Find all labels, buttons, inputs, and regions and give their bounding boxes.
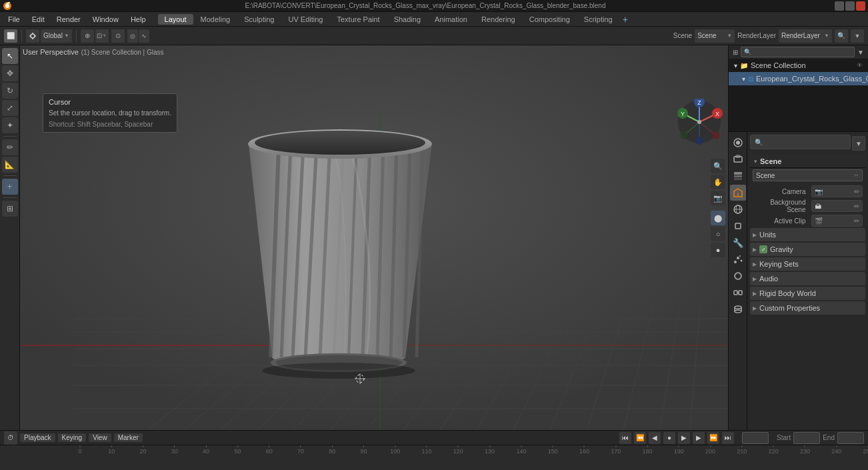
transform-origin-btn[interactable] [26,29,39,43]
keying-menu[interactable]: Keying [58,433,87,442]
filter-btn[interactable]: ▼ [851,29,864,43]
bg-scene-edit-btn[interactable]: ✏ [854,203,859,210]
tab-uv-editing[interactable]: UV Editing [281,14,329,25]
current-frame-input[interactable]: 1 [742,432,769,444]
audio-header[interactable]: ▶ Audio [750,272,865,285]
menu-window[interactable]: Window [87,14,124,25]
search-scene-btn[interactable]: 🔍 [835,29,848,43]
svg-point-63 [736,141,740,145]
menu-file[interactable]: File [3,14,25,25]
tool-annotate[interactable]: ✏ [2,139,18,155]
tool-cursor[interactable]: + [2,179,18,195]
svg-text:X: X [715,111,719,117]
units-section-header[interactable]: ▶ Units [750,228,865,241]
zoom-in-btn[interactable]: 🔍 [711,159,725,173]
keying-sets-header[interactable]: ▶ Keying Sets [750,257,865,271]
props-tab-scene[interactable] [730,185,746,201]
tab-compositing[interactable]: Compositing [523,14,577,25]
camera-value[interactable]: 📷 ✏ [811,185,863,197]
outliner-scene-collection[interactable]: ▾ 📁 Scene Collection 👁 [729,59,868,72]
play-btn[interactable]: ▶ [678,432,690,444]
end-frame-input[interactable]: 250 [837,432,864,444]
timeline-editor-icon[interactable]: ⏱ [4,431,17,445]
prev-frame-btn[interactable]: ◀ [649,432,661,444]
tab-modeling[interactable]: Modeling [194,14,237,25]
next-frame-btn[interactable]: ▶ [693,432,705,444]
view-menu[interactable]: View [89,433,111,442]
props-tab-physics[interactable] [730,268,746,284]
gravity-checkbox[interactable]: ✓ [759,245,767,253]
minimize-button[interactable] [835,1,844,11]
proportional-editing-btn[interactable]: ⊙ [111,29,125,43]
tool-transform[interactable]: ✦ [2,117,18,133]
camera-row: Camera 📷 ✏ [750,184,865,199]
tool-rotate[interactable]: ↻ [2,83,18,99]
props-tab-constraints[interactable] [730,285,746,301]
jump-end-btn[interactable]: ⏭ [722,432,734,444]
prev-keyframe-btn[interactable]: ⏪ [634,432,646,444]
rendered-btn[interactable]: ● [711,243,725,257]
custom-props-header[interactable]: ▶ Custom Properties [750,301,865,315]
props-search-filter[interactable]: ▼ [852,136,865,151]
tab-rendering[interactable]: Rendering [475,14,522,25]
snap-options-btn[interactable]: ⊡▼ [95,29,109,43]
props-tab-render[interactable] [730,135,746,151]
viewport[interactable]: User Perspective (1) Scene Collection | … [20,45,728,430]
camera-persp-btn[interactable]: 📷 [711,191,725,205]
tab-shading[interactable]: Shading [387,14,427,25]
tool-move[interactable]: ✥ [2,65,18,81]
window-controls[interactable] [835,1,865,11]
tool-measure[interactable]: 📐 [2,157,18,173]
snap-dropdown[interactable]: Global ▼ [41,29,72,43]
scene-name-edit-btn[interactable]: ✏ [854,172,859,179]
outliner-item-glass[interactable]: ▾ ⊡ European_Crystal_Rocks_Glass_001 👁 [729,72,868,85]
tab-sculpting[interactable]: Sculpting [237,14,281,25]
record-btn[interactable]: ● [663,432,675,444]
scene-selector[interactable]: Scene ▼ [695,29,735,43]
props-search-input[interactable] [750,135,851,149]
camera-edit-btn[interactable]: ✏ [854,188,859,195]
props-tab-world[interactable] [730,201,746,217]
jump-start-btn[interactable]: ⏮ [619,432,631,444]
next-keyframe-btn[interactable]: ⏩ [707,432,719,444]
outliner-filter-btn[interactable]: ▼ [857,49,864,56]
tool-select[interactable]: ↖ [2,48,18,64]
tab-layout[interactable]: Layout [158,14,193,25]
menu-help[interactable]: Help [125,14,151,25]
tab-texture-paint[interactable]: Texture Paint [330,14,386,25]
tool-scale[interactable]: ⤢ [2,100,18,116]
close-button[interactable] [856,1,865,11]
prop-type-btn[interactable]: ◎ [127,29,138,43]
props-tab-modifier[interactable]: 🔧 [730,235,746,251]
outliner-search[interactable] [741,47,855,57]
gravity-section-header[interactable]: ▶ ✓ Gravity [750,243,865,256]
scene-name-field[interactable]: Scene ✏ [753,169,863,181]
rigid-body-header[interactable]: ▶ Rigid Body World [750,287,865,300]
active-clip-value[interactable]: 🎬 ✏ [811,215,863,227]
props-tab-data[interactable] [730,301,746,317]
marker-menu[interactable]: Marker [114,433,143,442]
maximize-button[interactable] [845,1,855,11]
tab-animation[interactable]: Animation [428,14,474,25]
props-tab-object[interactable] [730,218,746,234]
prop-falloff-btn[interactable]: ∿ [139,29,149,43]
tab-scripting[interactable]: Scripting [577,14,619,25]
solid-shading-btn[interactable]: ⬤ [711,211,725,225]
viewport-icon[interactable]: ⬜ [4,29,17,43]
nav-gizmo[interactable]: X Y Z [676,99,723,145]
magnet-btn[interactable]: ⊕ [81,29,94,43]
add-workspace-button[interactable]: + [620,14,631,25]
playback-menu[interactable]: Playback [20,433,55,442]
menu-render[interactable]: Render [51,14,86,25]
start-frame-input[interactable]: 1 [793,432,820,444]
menu-edit[interactable]: Edit [27,14,50,25]
tool-add[interactable]: ⊞ [2,201,18,217]
material-preview-btn[interactable]: ○ [711,227,725,241]
bg-scene-value[interactable]: 🏔 ✏ [811,200,863,212]
props-tab-output[interactable] [730,151,746,167]
hand-tool-btn[interactable]: ✋ [711,175,725,189]
active-clip-edit-btn[interactable]: ✏ [854,217,859,225]
props-tab-view-layer[interactable] [730,168,746,184]
render-layer-selector[interactable]: RenderLayer ▼ [779,29,832,43]
props-tab-particles[interactable] [730,251,746,267]
